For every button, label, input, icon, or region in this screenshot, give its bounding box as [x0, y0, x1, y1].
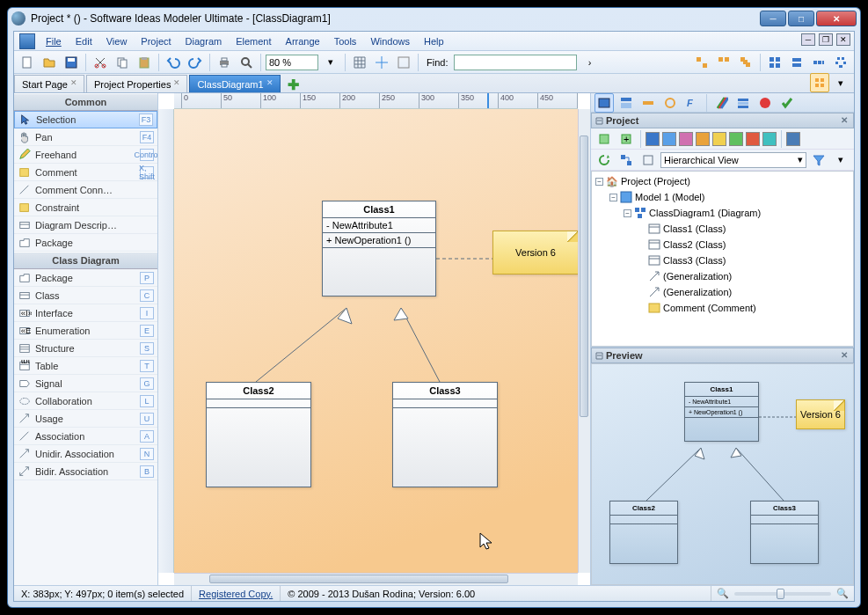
proj-btn-1[interactable]: [594, 129, 614, 149]
tree-expander[interactable]: −: [609, 194, 617, 201]
new-tab-button[interactable]: ✚: [286, 77, 302, 92]
tree-label[interactable]: Class1 (Class): [663, 223, 726, 234]
preview-button[interactable]: [237, 53, 256, 72]
arrange-4[interactable]: [765, 53, 784, 72]
close-button[interactable]: ✕: [816, 11, 857, 26]
arrange-2[interactable]: [714, 53, 733, 72]
toolbox-item-table[interactable]: tblTableT: [14, 357, 157, 375]
scrollbar-thumb[interactable]: [209, 575, 508, 583]
scrollbar-horizontal[interactable]: [174, 573, 578, 585]
menu-project[interactable]: Project: [134, 34, 178, 48]
close-icon[interactable]: ✕: [173, 78, 184, 89]
panel-btn-9[interactable]: [777, 93, 797, 113]
zoom-slider[interactable]: [734, 592, 831, 596]
toolbox-item-pan[interactable]: PanF4: [14, 128, 157, 146]
tree-label[interactable]: Class3 (Class): [663, 255, 726, 266]
panel-btn-project[interactable]: [594, 93, 614, 113]
tree-label[interactable]: Model 1 (Model): [635, 192, 704, 202]
open-button[interactable]: [40, 53, 59, 72]
panel-btn-2[interactable]: [616, 93, 636, 113]
refresh-button[interactable]: [594, 150, 614, 170]
toolbox-item-interface[interactable]: «I»InterfaceI: [14, 304, 157, 322]
mdi-close[interactable]: ✕: [836, 33, 850, 46]
menu-view[interactable]: View: [99, 34, 135, 48]
close-icon[interactable]: ✕: [266, 78, 277, 89]
arrange-3[interactable]: [736, 53, 755, 72]
menu-windows[interactable]: Windows: [363, 34, 417, 48]
proj-btn-2[interactable]: +: [616, 129, 636, 149]
slider-knob[interactable]: [777, 589, 784, 599]
menu-file[interactable]: File: [39, 34, 69, 48]
filter-button[interactable]: [809, 150, 828, 170]
guides-button[interactable]: [394, 53, 413, 72]
panel-btn-3[interactable]: [638, 93, 658, 113]
toolbox-item-diagram-descrip-[interactable]: Diagram Descrip…: [14, 216, 157, 234]
view-mode-combo[interactable]: Hierarchical View▾: [660, 152, 806, 168]
preview-area[interactable]: Class1 - NewAttribute1 + NewOperation1 (…: [591, 363, 854, 585]
proj-btn-4[interactable]: [638, 150, 658, 170]
panel-btn-5[interactable]: F: [682, 93, 702, 113]
arrange-5[interactable]: [787, 53, 806, 72]
pin-icon[interactable]: ✕: [841, 115, 851, 126]
cut-button[interactable]: [91, 53, 110, 72]
color-extra[interactable]: [786, 132, 800, 146]
tab-project-properties[interactable]: Project Properties✕: [86, 75, 187, 92]
scrollbar-vertical[interactable]: [578, 109, 590, 573]
tree-label[interactable]: Comment (Comment): [663, 303, 756, 313]
toolbox-item-comment-conn-[interactable]: Comment Conn…: [14, 181, 157, 199]
comment-note[interactable]: Version 6: [492, 231, 578, 275]
menu-element[interactable]: Element: [229, 34, 278, 48]
zoom-in-icon[interactable]: 🔍: [836, 588, 849, 599]
mdi-minimize[interactable]: ─: [801, 33, 815, 46]
tab-start-page[interactable]: Start Page✕: [14, 75, 84, 92]
undo-button[interactable]: [164, 53, 183, 72]
toolbox-item-freehand[interactable]: FreehandControl: [14, 146, 157, 164]
toolbox-group-classdiagram[interactable]: Class Diagram: [14, 252, 157, 269]
toolbox-item-package[interactable]: Package: [14, 234, 157, 252]
menu-arrange[interactable]: Arrange: [279, 34, 327, 48]
panel-btn-7[interactable]: [733, 93, 753, 113]
color-green[interactable]: [729, 132, 743, 146]
app-menu-icon[interactable]: [19, 33, 35, 49]
pin-icon[interactable]: ✕: [841, 350, 851, 361]
color-teal[interactable]: [762, 132, 777, 146]
scrollbar-thumb[interactable]: [580, 135, 588, 417]
color-red[interactable]: [746, 132, 760, 146]
tree-label[interactable]: Project (Project): [621, 176, 690, 187]
class1-box[interactable]: Class1 - NewAttribute1 + NewOperation1 (…: [322, 201, 436, 297]
project-panel-title[interactable]: Project ✕: [591, 113, 854, 128]
find-input[interactable]: [454, 55, 577, 70]
toolbox-item-structure[interactable]: StructureS: [14, 340, 157, 357]
panel-btn-4[interactable]: [660, 93, 680, 113]
effects-button[interactable]: [810, 73, 829, 92]
class3-box[interactable]: Class3: [392, 382, 498, 487]
menu-edit[interactable]: Edit: [69, 34, 99, 48]
color-pink[interactable]: [679, 132, 693, 146]
tree-expander[interactable]: −: [595, 178, 603, 186]
tree-label[interactable]: Class2 (Class): [663, 239, 726, 250]
zoom-dropdown[interactable]: ▾: [321, 53, 340, 72]
color-lightblue[interactable]: [662, 132, 676, 146]
diagram-canvas[interactable]: Class1 - NewAttribute1 + NewOperation1 (…: [174, 109, 578, 573]
tree-label[interactable]: (Generalization): [663, 271, 732, 282]
panel-btn-8[interactable]: [755, 93, 775, 113]
color-orange[interactable]: [696, 132, 710, 146]
find-go-button[interactable]: ›: [580, 53, 599, 72]
zoom-input[interactable]: [266, 55, 318, 70]
mdi-restore[interactable]: ❐: [819, 33, 833, 46]
print-button[interactable]: [215, 53, 234, 72]
snap-button[interactable]: [372, 53, 391, 72]
toolbox-item-usage[interactable]: UsageU: [14, 410, 157, 428]
copy-button[interactable]: [113, 53, 132, 72]
color-yellow[interactable]: [712, 132, 726, 146]
toolbox-group-common[interactable]: Common: [14, 93, 157, 111]
toolbox-item-unidir-association[interactable]: Unidir. AssociationN: [14, 445, 157, 463]
arrange-6[interactable]: [809, 53, 828, 72]
filter-dropdown[interactable]: ▾: [831, 150, 850, 170]
toolbox-item-association[interactable]: AssociationA: [14, 428, 157, 445]
tab-classdiagram1[interactable]: ClassDiagram1✕: [189, 75, 280, 92]
effects-dropdown[interactable]: ▾: [831, 73, 850, 92]
tree-label[interactable]: (Generalization): [663, 287, 732, 297]
tree-expander[interactable]: −: [624, 209, 631, 217]
zoom-out-icon[interactable]: 🔍: [717, 588, 729, 599]
